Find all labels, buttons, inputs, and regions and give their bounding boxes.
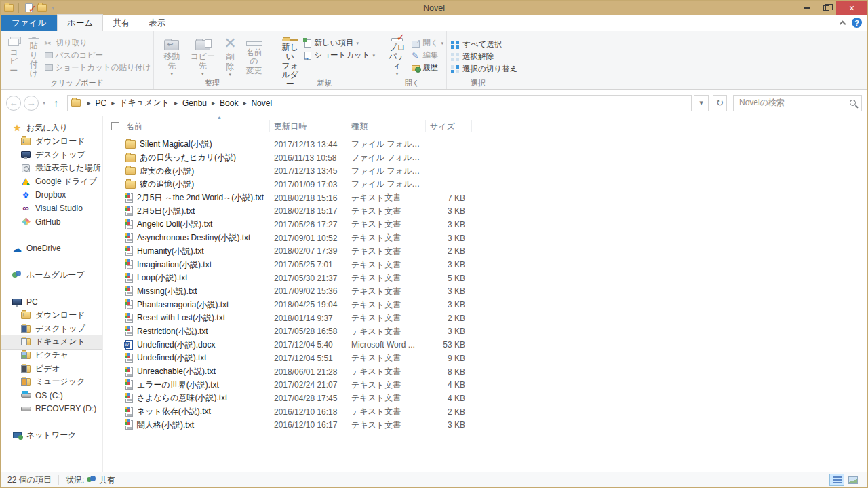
file-row[interactable]: Asynchronous Destiny(小説).txt 2017/09/01 … — [103, 231, 867, 245]
move-to-button[interactable]: 移動先▾ — [158, 34, 185, 78]
column-header-date[interactable]: 更新日時 — [270, 120, 347, 132]
file-date: 2017/09/01 10:52 — [270, 233, 347, 243]
help-icon[interactable]: ? — [852, 18, 862, 28]
open-button[interactable]: 開く▾ — [412, 38, 443, 48]
forward-button[interactable]: → — [24, 96, 39, 111]
ribbon-tab[interactable]: ファイル — [1, 15, 57, 31]
column-header-name[interactable]: 名前 ▲ — [103, 120, 270, 132]
shortcut-button[interactable]: ショートカット▾ — [304, 50, 375, 60]
copy-path-button[interactable]: パスのコピー — [45, 50, 151, 60]
file-icon — [125, 420, 133, 430]
breadcrumb-segment[interactable]: Book — [207, 98, 238, 108]
paste-button[interactable]: 貼り付け — [23, 34, 45, 78]
copy-button[interactable]: コピー — [5, 34, 23, 78]
restore-button[interactable] — [816, 1, 836, 15]
file-row[interactable]: 虚実の夜(小説) 2017/12/13 13:45 ファイル フォルダー — [103, 164, 867, 178]
file-row[interactable]: Phantasmagoria(小説).txt 2018/04/25 19:04 … — [103, 298, 867, 312]
breadcrumb-segment[interactable]: Genbu — [170, 98, 207, 108]
sidebar-item[interactable]: ビデオ — [1, 362, 102, 375]
copy-to-button[interactable]: コピー先▾ — [185, 34, 220, 78]
sidebar-item[interactable]: デスクトップ — [1, 322, 102, 335]
file-row[interactable]: Missing(小説).txt 2017/09/02 15:36 テキスト文書 … — [103, 285, 867, 299]
file-row[interactable]: 彼の追憶(小説) 2017/01/09 17:03 ファイル フォルダー — [103, 178, 867, 191]
breadcrumb-segment[interactable]: PC — [83, 98, 107, 108]
file-row[interactable]: エラーの世界(小説).txt 2017/02/24 21:07 テキスト文書 4… — [103, 378, 867, 392]
sidebar-item[interactable]: RECOVERY (D:) — [1, 402, 102, 415]
sidebar-item[interactable]: ダウンロード — [1, 309, 102, 322]
back-button[interactable]: ← — [6, 96, 21, 111]
sidebar-item[interactable]: OS (C:) — [1, 389, 102, 402]
select-all-button[interactable]: すべて選択 — [451, 39, 517, 50]
file-icon — [125, 154, 136, 162]
close-button[interactable]: × — [836, 1, 867, 15]
sidebar-item-onedrive[interactable]: ☁ OneDrive — [1, 242, 102, 255]
sidebar-item[interactable]: ❖ Dropbox — [1, 188, 102, 202]
sidebar-item[interactable]: 最近表示した場所 — [1, 162, 102, 175]
file-row[interactable]: 2月5日 ～the 2nd World～(小説).txt 2018/02/18 … — [103, 191, 867, 205]
history-chevron-icon[interactable]: ▾ — [41, 100, 47, 106]
rename-button[interactable]: 名前の変更 — [240, 34, 268, 78]
file-row[interactable]: Silent Magical(小説) 2017/12/13 13:44 ファイル… — [103, 138, 867, 151]
file-row[interactable]: Loop(小説).txt 2017/05/30 21:37 テキスト文書 5 K… — [103, 271, 867, 285]
minimize-button[interactable] — [797, 1, 816, 15]
title-bar[interactable]: ▾ Novel × — [1, 1, 867, 15]
sidebar-item[interactable]: ドキュメント — [1, 335, 102, 349]
file-row[interactable]: ネット依存(小説).txt 2016/12/10 16:18 テキスト文書 2 … — [103, 405, 867, 419]
edit-icon: ✎ — [412, 52, 420, 60]
file-row[interactable]: さよならの意味(小説).txt 2017/04/28 17:45 テキスト文書 … — [103, 392, 867, 405]
details-view-button[interactable] — [829, 474, 844, 486]
select-all-checkbox[interactable] — [111, 122, 119, 130]
address-bar[interactable]: PCドキュメントGenbuBookNovel — [67, 95, 692, 111]
sidebar-item[interactable]: GitHub — [1, 215, 102, 229]
file-row[interactable]: 2月5日(小説).txt 2018/02/18 15:17 テキスト文書 3 K… — [103, 204, 867, 218]
sidebar-item[interactable]: ミュージック — [1, 375, 102, 389]
file-row[interactable]: Angelic Doll(小説).txt 2017/05/26 17:27 テキ… — [103, 218, 867, 231]
cut-button[interactable]: ✂切り取り — [45, 38, 151, 48]
refresh-button[interactable]: ↻ — [713, 95, 727, 111]
new-folder-button[interactable]: 新しいフォルダー — [275, 34, 304, 78]
file-date: 2017/05/28 16:58 — [270, 326, 347, 336]
sidebar-item-homegroup[interactable]: ホームグループ — [1, 269, 102, 282]
file-row[interactable]: 闇人格(小説).txt 2016/12/10 16:17 テキスト文書 3 KB — [103, 418, 867, 432]
sidebar-item-favorites[interactable]: ★ お気に入り — [1, 121, 102, 135]
up-button[interactable]: ↑ — [50, 97, 64, 109]
thumbnail-view-button[interactable] — [846, 474, 861, 486]
edit-button[interactable]: ✎編集 — [412, 50, 443, 60]
address-dropdown-icon[interactable]: ▾ — [694, 95, 709, 111]
file-row[interactable]: Undefined(小説).docx 2017/12/04 5:40 Micro… — [103, 338, 867, 352]
history-button[interactable]: 履歴 — [412, 62, 443, 73]
file-row[interactable]: あの日失ったヒカリ(小説) 2016/11/13 10:58 ファイル フォルダ… — [103, 151, 867, 165]
delete-button[interactable]: ✕ 削除▾ — [220, 34, 240, 78]
select-none-button[interactable]: 選択解除 — [451, 52, 517, 62]
file-row[interactable]: Unreachable(小説).txt 2018/06/01 21:28 テキス… — [103, 365, 867, 379]
properties-button[interactable]: プロパティ▾ — [382, 34, 412, 78]
column-header-type[interactable]: 種類 — [347, 120, 426, 132]
sidebar-item[interactable]: ダウンロード — [1, 135, 102, 149]
file-size: 2 KB — [426, 314, 472, 323]
new-item-button[interactable]: 新しい項目▾ — [304, 38, 375, 48]
invert-selection-button[interactable]: 選択の切り替え — [451, 64, 517, 74]
star-icon: ★ — [12, 123, 22, 133]
breadcrumb-segment[interactable]: ドキュメント — [106, 97, 170, 109]
sidebar-item-pc[interactable]: PC — [1, 295, 102, 309]
ribbon-tab[interactable]: 共有 — [103, 15, 139, 31]
collapse-ribbon-icon[interactable] — [840, 20, 846, 27]
breadcrumb-segment[interactable]: Novel — [238, 98, 272, 108]
search-input[interactable]: Novelの検索 — [733, 95, 862, 111]
file-row[interactable]: Restriction(小説).txt 2017/05/28 16:58 テキス… — [103, 325, 867, 339]
sidebar-item-network[interactable]: ネットワーク — [1, 429, 102, 443]
file-row[interactable]: Humanity(小説).txt 2018/02/07 17:39 テキスト文書… — [103, 245, 867, 259]
sidebar-item[interactable]: ピクチャ — [1, 349, 102, 362]
sidebar-item[interactable]: デスクトップ — [1, 148, 102, 162]
paste-shortcut-button[interactable]: ショートカットの貼り付け — [45, 62, 151, 73]
file-row[interactable]: Undefined(小説).txt 2017/12/04 5:51 テキスト文書… — [103, 352, 867, 365]
file-date: 2018/01/14 9:37 — [270, 314, 347, 323]
ribbon-tab[interactable]: 表示 — [139, 15, 175, 31]
sidebar-item[interactable]: Google ドライブ — [1, 175, 102, 189]
ribbon-group-open: プロパティ▾ 開く▾ ✎編集 履歴 開く — [378, 31, 447, 89]
column-header-size[interactable]: サイズ — [426, 120, 472, 132]
ribbon-tab[interactable]: ホーム — [57, 14, 103, 31]
file-row[interactable]: Reset with Lost(小説).txt 2018/01/14 9:37 … — [103, 312, 867, 325]
sidebar-item[interactable]: ∞ Visual Studio — [1, 202, 102, 215]
file-row[interactable]: Imagination(小説).txt 2017/05/25 7:01 テキスト… — [103, 258, 867, 271]
